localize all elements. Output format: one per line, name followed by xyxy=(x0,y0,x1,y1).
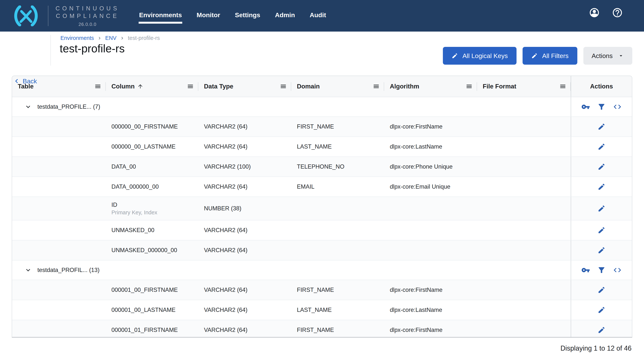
table-row: 000001_00_LASTNAME VARCHAR2 (64) LAST_NA… xyxy=(12,300,632,320)
edit-icon[interactable] xyxy=(598,246,606,254)
column-menu-icon[interactable] xyxy=(466,83,472,90)
edit-icon[interactable] xyxy=(598,183,606,191)
breadcrumb-item[interactable]: Environments xyxy=(60,35,94,41)
actions-menu-button[interactable]: Actions xyxy=(584,47,632,65)
cell-column: 000001_01_FIRSTNAME xyxy=(106,320,198,337)
code-icon[interactable] xyxy=(613,266,622,274)
column-name: DATA_00 xyxy=(112,163,198,170)
cell-actions xyxy=(571,117,632,136)
edit-icon[interactable] xyxy=(598,204,606,212)
breadcrumb-item[interactable]: ENV xyxy=(105,35,116,41)
filter-icon[interactable] xyxy=(597,266,606,274)
nav-item-monitor[interactable]: Monitor xyxy=(196,10,220,21)
column-menu-icon[interactable] xyxy=(187,83,194,90)
nav-item-audit[interactable]: Audit xyxy=(309,10,326,21)
nav-item-environments[interactable]: Environments xyxy=(138,10,182,21)
app-root: CONTINUOUS COMPLIANCE 26.0.0.0 Environme… xyxy=(0,0,644,361)
chevron-down-icon[interactable] xyxy=(24,266,32,274)
header-domain[interactable]: Domain xyxy=(291,76,384,97)
header-algorithm[interactable]: Algorithm xyxy=(384,76,477,97)
breadcrumb: EnvironmentsENVtest-profile-rs xyxy=(60,35,160,41)
cell-actions xyxy=(571,220,632,240)
table-row: 000000_00_LASTNAME VARCHAR2 (64) LAST_NA… xyxy=(12,137,632,157)
logical-key-icon[interactable] xyxy=(581,266,590,274)
header-actions: Actions xyxy=(571,76,632,97)
group-actions xyxy=(571,260,632,280)
edit-icon[interactable] xyxy=(598,286,606,294)
edit-icon[interactable] xyxy=(598,123,606,131)
cell-data-type: VARCHAR2 (64) xyxy=(198,320,291,337)
table-group-row[interactable]: testdata_PROFILE... (7) xyxy=(12,97,632,117)
cell-file-format xyxy=(477,117,571,136)
cell-file-format xyxy=(477,300,571,320)
cell-data-type: NUMBER (38) xyxy=(198,197,291,220)
header-table[interactable]: Table xyxy=(12,76,106,97)
cell-column: 000000_00_FIRSTNAME xyxy=(106,117,198,136)
group-actions xyxy=(571,97,632,116)
nav-item-settings[interactable]: Settings xyxy=(234,10,260,21)
cell-file-format xyxy=(477,197,571,220)
chevron-down-icon[interactable] xyxy=(24,103,32,111)
column-menu-icon[interactable] xyxy=(560,83,566,90)
group-label: testdata_PROFIL... (13) xyxy=(38,267,100,273)
edit-icon[interactable] xyxy=(598,326,606,334)
cell-domain: FIRST_NAME xyxy=(291,280,384,300)
filter-icon[interactable] xyxy=(597,102,606,111)
table-group-row[interactable]: testdata_PROFIL... (13) xyxy=(12,260,632,280)
cell-data-type: VARCHAR2 (64) xyxy=(198,117,291,136)
logical-key-icon[interactable] xyxy=(581,102,590,111)
table-row: 000001_00_FIRSTNAME VARCHAR2 (64) FIRST_… xyxy=(12,280,632,300)
edit-icon[interactable] xyxy=(598,226,606,234)
cell-actions xyxy=(571,320,632,337)
edit-icon[interactable] xyxy=(598,143,606,151)
cell-file-format xyxy=(477,320,571,337)
header-data-type[interactable]: Data Type xyxy=(198,76,291,97)
user-avatar-icon[interactable] xyxy=(589,7,600,18)
cell-domain: LAST_NAME xyxy=(291,137,384,157)
page-header: Back EnvironmentsENVtest-profile-rs test… xyxy=(0,32,644,76)
group-label: testdata_PROFILE... (7) xyxy=(38,103,100,110)
code-icon[interactable] xyxy=(613,102,622,111)
cell-actions xyxy=(571,300,632,320)
cell-algorithm: dlpx-core:Email Unique xyxy=(384,177,477,197)
nav-menu: EnvironmentsMonitorSettingsAdminAudit xyxy=(138,10,326,21)
cell-algorithm: dlpx-core:FirstName xyxy=(384,117,477,136)
column-name: 000000_00_FIRSTNAME xyxy=(112,123,198,130)
edit-icon[interactable] xyxy=(598,306,606,314)
table-row: DATA_00 VARCHAR2 (100) TELEPHONE_NO dlpx… xyxy=(12,157,632,177)
edit-icon[interactable] xyxy=(598,163,606,171)
column-menu-icon[interactable] xyxy=(373,83,380,90)
cell-table xyxy=(12,177,106,197)
nav-item-admin[interactable]: Admin xyxy=(274,10,295,21)
header-column[interactable]: Column xyxy=(106,76,198,97)
help-icon[interactable] xyxy=(612,7,623,18)
all-filters-button[interactable]: All Filters xyxy=(522,47,577,65)
all-logical-keys-button[interactable]: All Logical Keys xyxy=(443,47,516,65)
cell-domain: FIRST_NAME xyxy=(291,320,384,337)
cell-actions xyxy=(571,197,632,220)
delphix-logo-icon xyxy=(10,6,42,26)
cell-table xyxy=(12,320,106,337)
cell-table xyxy=(12,220,106,240)
cell-domain: LAST_NAME xyxy=(291,300,384,320)
cell-actions xyxy=(571,157,632,177)
cell-domain xyxy=(291,197,384,220)
header-divider xyxy=(50,35,51,66)
column-menu-icon[interactable] xyxy=(94,83,101,90)
table-row: 000000_00_FIRSTNAME VARCHAR2 (64) FIRST_… xyxy=(12,117,632,137)
column-name: 000000_00_LASTNAME xyxy=(112,143,198,150)
cell-table xyxy=(12,300,106,320)
cell-domain: FIRST_NAME xyxy=(291,117,384,136)
column-name: 000001_00_LASTNAME xyxy=(112,306,198,313)
column-menu-icon[interactable] xyxy=(280,83,287,90)
cell-algorithm xyxy=(384,197,477,220)
cell-column: 000001_00_LASTNAME xyxy=(106,300,198,320)
cell-actions xyxy=(571,177,632,197)
cell-column: DATA_00 xyxy=(106,157,198,177)
cell-data-type: VARCHAR2 (64) xyxy=(198,177,291,197)
top-navbar: CONTINUOUS COMPLIANCE 26.0.0.0 Environme… xyxy=(0,0,644,32)
table-row: ID Primary Key, Index NUMBER (38) xyxy=(12,197,632,220)
toolbar: All Logical Keys All Filters Actions xyxy=(443,47,632,65)
cell-algorithm: dlpx-core:Phone Unique xyxy=(384,157,477,177)
header-file-format[interactable]: File Format xyxy=(477,76,571,97)
